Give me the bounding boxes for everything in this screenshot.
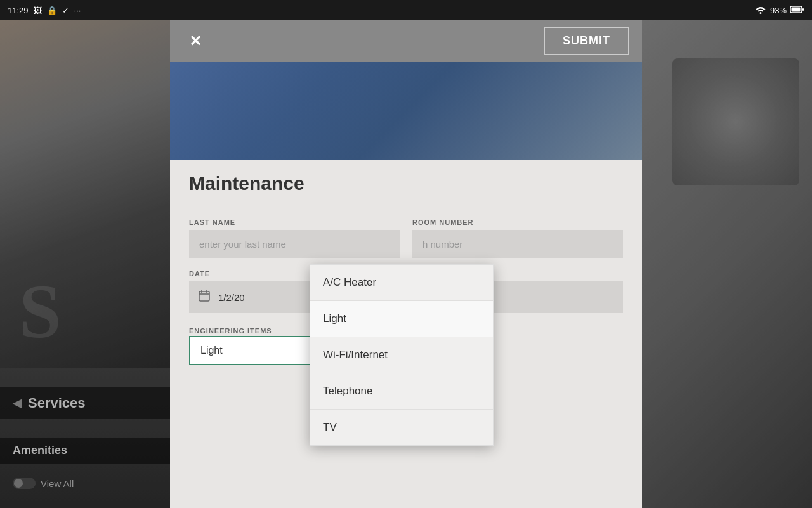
last-name-group: LAST NAME xyxy=(189,218,400,258)
dropdown-menu[interactable]: A/C HeaterLightWi-Fi/InternetTelephoneTV xyxy=(310,264,494,446)
lock-icon: 🔒 xyxy=(47,6,57,15)
time-display: 11:29 xyxy=(8,6,29,15)
more-icon: ··· xyxy=(74,6,81,15)
room-number-input[interactable] xyxy=(412,230,623,258)
dropdown-item-wifi[interactable]: Wi-Fi/Internet xyxy=(310,337,493,373)
name-row: LAST NAME ROOM NUMBER xyxy=(189,218,623,258)
submit-button[interactable]: SUBMIT xyxy=(544,27,629,55)
modal-title-bar: Maintenance xyxy=(170,160,642,201)
battery-icon xyxy=(790,6,804,15)
svg-rect-1 xyxy=(792,7,801,11)
hero-background xyxy=(170,62,642,160)
modal-title: Maintenance xyxy=(189,173,304,194)
dropdown-item-ac-heater[interactable]: A/C Heater xyxy=(310,265,493,301)
last-name-input[interactable] xyxy=(189,230,400,258)
date-value: 1/2/20 xyxy=(218,292,245,303)
modal-form: LAST NAME ROOM NUMBER DATE 1/2/ xyxy=(170,201,642,508)
room-number-group: ROOM NUMBER xyxy=(412,218,623,258)
engineering-items-label: ENGINEERING ITEMS xyxy=(189,327,272,335)
check-icon: ✓ xyxy=(62,6,69,15)
dropdown-item-telephone[interactable]: Telephone xyxy=(310,373,493,410)
room-number-label: ROOM NUMBER xyxy=(412,218,623,226)
status-bar: 11:29 🖼 🔒 ✓ ··· 93% xyxy=(0,0,812,20)
photo-icon: 🖼 xyxy=(34,6,42,15)
dropdown-item-light[interactable]: Light xyxy=(310,301,493,337)
dropdown-item-tv[interactable]: TV xyxy=(310,410,493,445)
last-name-label: LAST NAME xyxy=(189,218,400,226)
svg-rect-2 xyxy=(802,8,804,11)
modal-header: ✕ SUBMIT xyxy=(170,20,642,62)
modal-dialog: ✕ SUBMIT Maintenance LAST NAME ROOM NUMB… xyxy=(170,20,642,508)
calendar-icon xyxy=(198,290,211,305)
close-button[interactable]: ✕ xyxy=(183,29,208,54)
modal-hero-image xyxy=(170,62,642,160)
svg-rect-3 xyxy=(199,291,209,301)
battery-percent: 93% xyxy=(770,6,787,15)
wifi-icon xyxy=(755,5,766,16)
